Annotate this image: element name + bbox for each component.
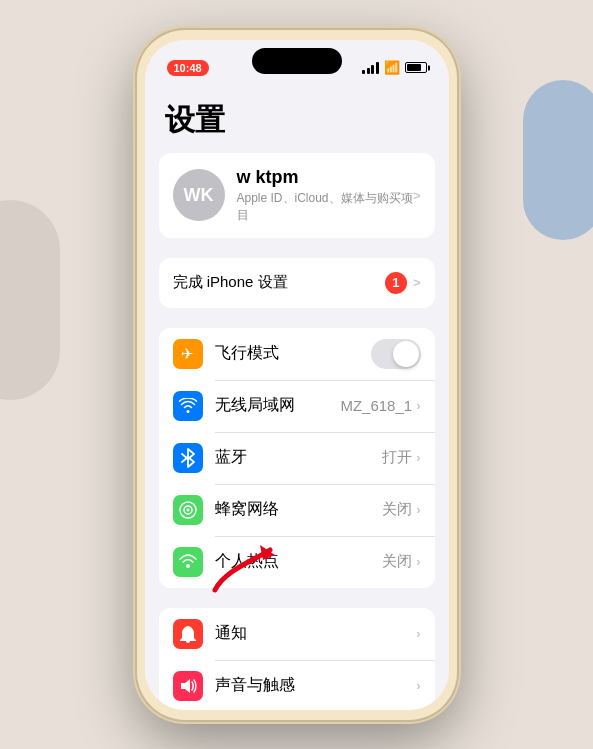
sound-label: 声音与触感: [215, 675, 417, 696]
bluetooth-chevron: ›: [416, 450, 420, 465]
connectivity-card: ✈ 飞行模式: [159, 328, 435, 588]
profile-row[interactable]: WK w ktpm Apple ID、iCloud、媒体与购买项目 >: [159, 153, 435, 238]
system-section: 通知 › 声音与触感 ›: [145, 608, 449, 710]
settings-content[interactable]: 设置 WK w ktpm Apple ID、iCloud、媒体与购买项目 > 完…: [145, 84, 449, 710]
cellular-row[interactable]: 蜂窝网络 关闭 ›: [159, 484, 435, 536]
page-title: 设置: [145, 84, 449, 153]
wifi-symbol: [179, 398, 197, 414]
bg-decoration-right: [523, 80, 593, 240]
wifi-value: MZ_618_1: [340, 397, 412, 414]
profile-info: w ktpm Apple ID、iCloud、媒体与购买项目: [237, 167, 413, 224]
phone-screen: 10:48 📶 设置 WK: [145, 40, 449, 710]
system-card: 通知 › 声音与触感 ›: [159, 608, 435, 710]
wifi-icon-wrap: [173, 391, 203, 421]
hotspot-chevron: ›: [416, 554, 420, 569]
setup-row[interactable]: 完成 iPhone 设置 1 >: [159, 258, 435, 308]
phone-shell: 10:48 📶 设置 WK: [137, 30, 457, 720]
wifi-row[interactable]: 无线局域网 MZ_618_1 ›: [159, 380, 435, 432]
setup-badge: 1: [385, 272, 407, 294]
profile-name: w ktpm: [237, 167, 413, 188]
airplane-toggle[interactable]: [371, 339, 421, 369]
bell-icon: [179, 624, 197, 644]
profile-subtitle: Apple ID、iCloud、媒体与购买项目: [237, 190, 413, 224]
wifi-icon: 📶: [384, 60, 400, 75]
notifications-icon-wrap: [173, 619, 203, 649]
cellular-label: 蜂窝网络: [215, 499, 383, 520]
hotspot-icon: [178, 552, 198, 572]
status-bar: 10:48 📶: [145, 40, 449, 84]
notifications-chevron: ›: [416, 626, 420, 641]
avatar: WK: [173, 169, 225, 221]
airplane-label: 飞行模式: [215, 343, 371, 364]
cellular-value: 关闭: [382, 500, 412, 519]
notifications-label: 通知: [215, 623, 417, 644]
cellular-icon: [178, 500, 198, 520]
bluetooth-icon: [181, 448, 195, 468]
wifi-label: 无线局域网: [215, 395, 341, 416]
bluetooth-icon-wrap: [173, 443, 203, 473]
bluetooth-label: 蓝牙: [215, 447, 383, 468]
hotspot-icon-wrap: [173, 547, 203, 577]
dynamic-island: [252, 48, 342, 74]
airplane-icon-wrap: ✈: [173, 339, 203, 369]
connectivity-section: ✈ 飞行模式: [145, 328, 449, 588]
status-icons: 📶: [362, 60, 427, 75]
notifications-row[interactable]: 通知 ›: [159, 608, 435, 660]
bluetooth-value: 打开: [382, 448, 412, 467]
bluetooth-row[interactable]: 蓝牙 打开 ›: [159, 432, 435, 484]
sound-row[interactable]: 声音与触感 ›: [159, 660, 435, 710]
signal-icon: [362, 62, 379, 74]
wifi-chevron: ›: [416, 398, 420, 413]
svg-point-2: [186, 508, 189, 511]
setup-chevron: >: [413, 275, 421, 290]
profile-chevron: >: [413, 188, 421, 203]
cellular-icon-wrap: [173, 495, 203, 525]
status-time: 10:48: [167, 60, 209, 76]
hotspot-value: 关闭: [382, 552, 412, 571]
bg-decoration-left: [0, 200, 60, 400]
sound-icon-wrap: [173, 671, 203, 701]
toggle-knob: [393, 341, 419, 367]
setup-label: 完成 iPhone 设置: [173, 273, 385, 292]
sound-chevron: ›: [416, 678, 420, 693]
sound-icon: [178, 676, 198, 696]
hotspot-label: 个人热点: [215, 551, 383, 572]
airplane-icon: ✈: [181, 345, 194, 363]
battery-icon: [405, 62, 427, 73]
svg-point-3: [186, 564, 190, 568]
airplane-mode-row[interactable]: ✈ 飞行模式: [159, 328, 435, 380]
cellular-chevron: ›: [416, 502, 420, 517]
hotspot-row[interactable]: 个人热点 关闭 ›: [159, 536, 435, 588]
